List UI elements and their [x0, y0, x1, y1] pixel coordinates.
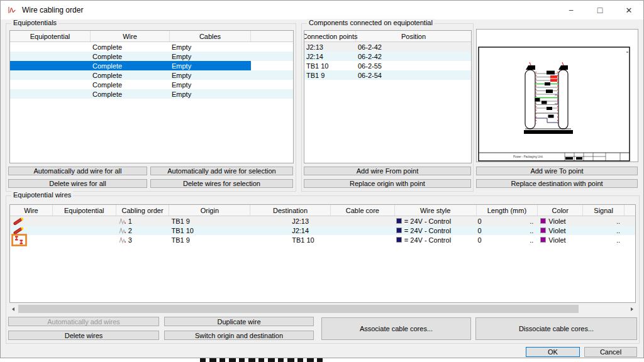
- cell-destination: J2:14: [250, 226, 331, 235]
- replace-destination-button[interactable]: Replace destination with point: [476, 179, 638, 188]
- equipotentials-group-label: Equipotentials: [11, 19, 58, 26]
- duplicate-wire-button[interactable]: Duplicate wire: [164, 317, 314, 326]
- cell-cable-core: [331, 235, 395, 244]
- wire-selection-box-icon: [11, 234, 27, 246]
- cell-wire-style: = 24V - Control: [395, 235, 477, 244]
- cell-wire: Complete: [91, 80, 170, 89]
- table-row[interactable]: J2:13 06-2-42: [304, 42, 471, 52]
- column-header[interactable]: Position: [356, 31, 471, 41]
- cell-cables: Empty: [170, 70, 251, 80]
- color-value: Violet: [548, 236, 565, 244]
- color-swatch: [540, 237, 546, 243]
- associate-cable-cores-button[interactable]: Associate cable cores...: [321, 317, 471, 340]
- table-row[interactable]: Complete Empty: [10, 80, 293, 89]
- minimize-button[interactable]: –: [557, 1, 586, 19]
- cell-equipotential: [10, 42, 91, 52]
- column-header[interactable]: Cable core: [331, 205, 395, 216]
- cell-wire: Complete: [91, 89, 170, 99]
- column-header[interactable]: Origin: [169, 205, 250, 216]
- cell-stub: [625, 235, 635, 244]
- table-row[interactable]: Complete Empty: [10, 42, 293, 52]
- cell-color: Violet: [538, 235, 583, 244]
- dissociate-cable-cores-button[interactable]: Dissociate cable cores...: [475, 317, 637, 340]
- column-header[interactable]: Cabling order: [116, 205, 170, 216]
- cancel-button[interactable]: Cancel: [584, 347, 637, 357]
- column-header[interactable]: Wire style: [395, 205, 477, 216]
- wire-row[interactable]: 1 TB1 9 J2:13 = 24V - Control 0 .. Viole…: [10, 216, 635, 226]
- wire-order-icon: [118, 217, 126, 225]
- cell-stub: [625, 226, 635, 235]
- delete-wires-all-button[interactable]: Delete wires for all: [8, 179, 147, 188]
- components-group-label: Components connected on equipotential: [307, 19, 435, 26]
- cabling-order-value: 1: [128, 217, 132, 225]
- add-wire-to-point-button[interactable]: Add wire To point: [476, 167, 638, 175]
- cell-wire: Complete: [91, 42, 170, 52]
- cell-cables: Empty: [170, 80, 251, 89]
- column-header[interactable]: Equipotential: [10, 31, 91, 41]
- auto-add-wire-selection-button[interactable]: Automatically add wire for selection: [150, 167, 293, 175]
- cell-connection-point: TB1 10: [304, 61, 356, 70]
- column-header-stub: [625, 205, 635, 216]
- scroll-left-button[interactable]: [8, 305, 18, 313]
- schematic-drawing: Power - Packaging Unit: [477, 30, 638, 162]
- cell-equipotential: [10, 89, 91, 99]
- horizontal-scrollbar[interactable]: [8, 305, 637, 313]
- cell-destination: TB1 10: [250, 235, 331, 244]
- wire-order-icon: [118, 227, 126, 234]
- column-header[interactable]: Cables: [170, 31, 251, 41]
- cell-cables: Empty: [170, 61, 251, 70]
- cell-wire-style: = 24V - Control: [395, 216, 477, 226]
- maximize-button[interactable]: □: [586, 1, 614, 19]
- close-button[interactable]: ✕: [614, 1, 643, 19]
- table-row[interactable]: TB1 10 06-2-55: [304, 61, 471, 70]
- wire-style-swatch: [396, 237, 402, 243]
- cell-cabling-order: 1: [116, 216, 170, 226]
- ok-button[interactable]: OK: [526, 347, 580, 357]
- cell-color: Violet: [538, 226, 583, 235]
- table-row[interactable]: Complete Empty: [10, 89, 293, 99]
- cell-destination: J2:13: [250, 216, 331, 226]
- auto-add-wires-button[interactable]: Automatically add wires: [8, 317, 159, 326]
- cabling-order-value: 2: [128, 227, 132, 234]
- table-row[interactable]: Complete Empty: [10, 52, 293, 61]
- column-header[interactable]: Color: [538, 205, 583, 216]
- column-header[interactable]: Signal: [583, 205, 625, 216]
- delete-wires-selection-button[interactable]: Delete wires for selection: [150, 179, 293, 188]
- schematic-preview: Power - Packaging Unit: [476, 29, 638, 162]
- wire-pen-icon: [13, 217, 26, 225]
- wire-row[interactable]: 2 TB1 10 J2:14 = 24V - Control 0 .. Viol…: [10, 226, 635, 235]
- switch-origin-destination-button[interactable]: Switch origin and destination: [164, 331, 314, 340]
- delete-wires-button[interactable]: Delete wires: [8, 331, 159, 340]
- column-header[interactable]: Wire: [91, 31, 170, 41]
- scrollbar-thumb[interactable]: [18, 305, 579, 313]
- cell-equipotential: [53, 235, 116, 244]
- cell-color: Violet: [538, 216, 583, 226]
- cell-cables: Empty: [170, 42, 251, 52]
- window-controls: – □ ✕: [557, 1, 643, 19]
- replace-origin-button[interactable]: Replace origin with point: [304, 179, 471, 188]
- column-header[interactable]: Connection points: [304, 31, 356, 41]
- cell-position: 06-2-42: [356, 52, 471, 61]
- equipotential-wires-group-label: Equipotential wires: [11, 191, 73, 199]
- cell-stub: [625, 216, 635, 226]
- column-header[interactable]: Wire: [10, 205, 53, 216]
- column-header[interactable]: Length (mm): [477, 205, 538, 216]
- wire-cabling-order-dialog: Wire cabling order – □ ✕ Equipotentials …: [0, 0, 644, 358]
- table-row[interactable]: TB1 9 06-2-54: [304, 70, 471, 80]
- wire-row-selected[interactable]: 3 TB1 9 TB1 10 = 24V - Control 0 .. Viol…: [10, 235, 635, 244]
- table-row-selected[interactable]: Complete Empty: [10, 61, 293, 70]
- table-row[interactable]: Complete Empty: [10, 70, 293, 80]
- table-row[interactable]: J2:14 06-2-42: [304, 52, 471, 61]
- length-value: 0: [478, 236, 482, 244]
- scroll-right-icon: [631, 307, 633, 311]
- column-header[interactable]: Destination: [250, 205, 331, 216]
- color-value: Violet: [548, 227, 565, 234]
- cell-position: 06-2-54: [356, 70, 471, 80]
- cell-equipotential: [10, 80, 91, 89]
- add-wire-from-point-button[interactable]: Add wire From point: [304, 167, 471, 175]
- cell-connection-point: J2:13: [304, 42, 356, 52]
- column-header[interactable]: Equipotential: [53, 205, 116, 216]
- scroll-right-button[interactable]: [627, 305, 637, 313]
- auto-add-wire-all-button[interactable]: Automatically add wire for all: [8, 167, 147, 175]
- cell-equipotential: [10, 61, 91, 70]
